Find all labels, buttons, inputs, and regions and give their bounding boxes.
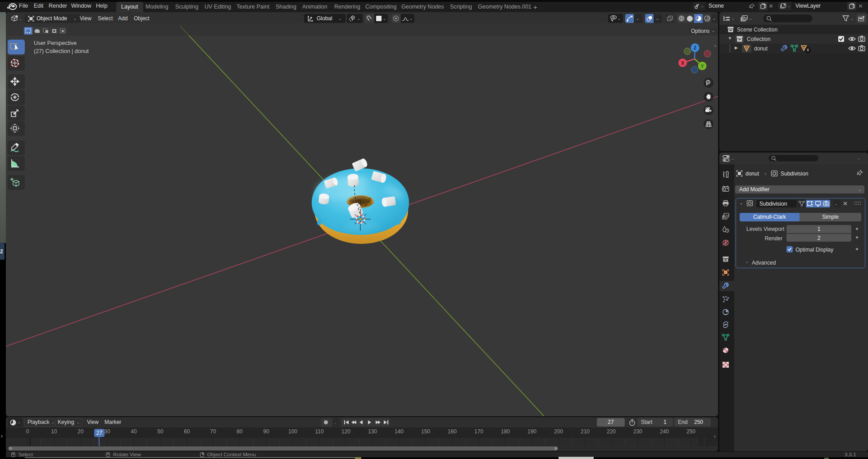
svg-text:‹: ‹	[714, 43, 716, 48]
svg-text:160: 160	[448, 428, 457, 435]
svg-text:110: 110	[315, 428, 323, 435]
svg-text:100: 100	[288, 428, 297, 435]
svg-text:70: 70	[210, 428, 216, 435]
svg-text:200: 200	[554, 428, 563, 435]
svg-text:120: 120	[341, 428, 350, 435]
svg-text:210: 210	[581, 428, 590, 435]
svg-text:20: 20	[77, 428, 84, 435]
svg-text:10: 10	[51, 428, 57, 435]
svg-text:180: 180	[501, 428, 510, 435]
svg-text:130: 130	[368, 428, 377, 435]
svg-text:230: 230	[633, 428, 642, 435]
svg-text:240: 240	[660, 428, 669, 435]
svg-text:0: 0	[26, 428, 29, 435]
svg-text:220: 220	[607, 428, 616, 435]
svg-text:190: 190	[527, 428, 536, 435]
svg-text:60: 60	[184, 428, 190, 435]
svg-text:80: 80	[236, 428, 243, 435]
svg-text:50: 50	[157, 428, 164, 435]
svg-text:170: 170	[474, 428, 483, 435]
svg-text:X: X	[681, 61, 684, 66]
svg-text:30: 30	[104, 428, 110, 435]
svg-text:Z: Z	[694, 45, 696, 50]
svg-text:150: 150	[421, 428, 430, 435]
svg-text:140: 140	[395, 428, 404, 435]
svg-text:90: 90	[263, 428, 269, 435]
svg-text:40: 40	[131, 428, 137, 435]
svg-text:Y: Y	[701, 64, 704, 69]
svg-text:250: 250	[686, 428, 695, 435]
